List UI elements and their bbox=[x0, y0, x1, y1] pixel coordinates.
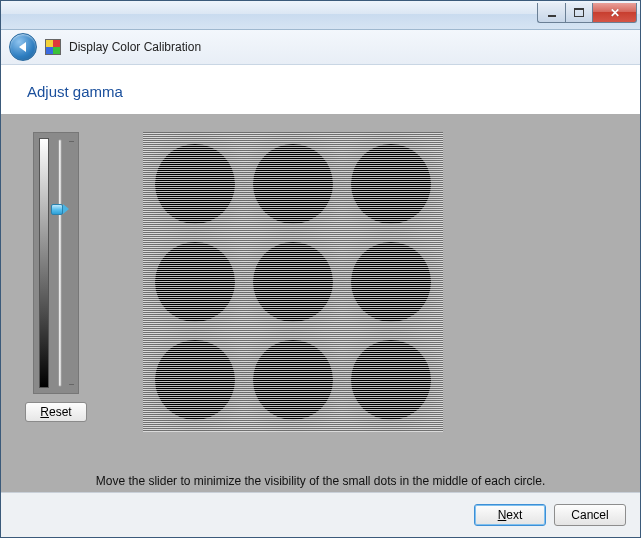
heading-band: Adjust gamma bbox=[1, 65, 640, 114]
next-label-rest: ext bbox=[506, 508, 522, 522]
maximize-button[interactable] bbox=[565, 3, 593, 23]
minimize-icon bbox=[548, 15, 556, 17]
slider-track bbox=[58, 139, 62, 387]
gamma-slider[interactable] bbox=[33, 132, 79, 394]
app-icon bbox=[45, 39, 61, 55]
gamma-dot bbox=[253, 144, 333, 224]
gamma-dot bbox=[351, 144, 431, 224]
gamma-test-pattern bbox=[143, 132, 443, 432]
close-button[interactable]: ✕ bbox=[593, 3, 637, 23]
maximize-icon bbox=[574, 8, 584, 17]
window-controls: ✕ bbox=[537, 3, 637, 23]
header-bar: Display Color Calibration bbox=[1, 30, 640, 65]
gamma-dot bbox=[253, 242, 333, 322]
back-arrow-icon bbox=[19, 42, 26, 52]
titlebar: ✕ bbox=[1, 1, 640, 30]
gamma-dot bbox=[155, 242, 235, 322]
back-button[interactable] bbox=[9, 33, 37, 61]
gamma-dot bbox=[253, 340, 333, 420]
reset-label-rest: eset bbox=[49, 405, 72, 419]
gamma-dot bbox=[351, 242, 431, 322]
slider-tick-top bbox=[69, 141, 74, 142]
main-content: Reset bbox=[25, 132, 616, 432]
close-icon: ✕ bbox=[610, 7, 620, 19]
instruction-text: Move the slider to minimize the visibili… bbox=[1, 474, 640, 488]
footer-bar: Next Cancel bbox=[1, 492, 640, 537]
gradient-strip-icon bbox=[39, 138, 49, 388]
minimize-button[interactable] bbox=[537, 3, 565, 23]
main-area: Reset Move the slider to minimize the vi… bbox=[1, 114, 640, 492]
gamma-dot bbox=[155, 144, 235, 224]
gamma-dot bbox=[155, 340, 235, 420]
slider-tick-bottom bbox=[69, 384, 74, 385]
window-frame: ✕ Display Color Calibration Adjust gamma bbox=[0, 0, 641, 538]
window-title: Display Color Calibration bbox=[69, 40, 201, 54]
slider-thumb[interactable] bbox=[51, 204, 69, 215]
slider-column: Reset bbox=[25, 132, 87, 422]
page-heading: Adjust gamma bbox=[27, 83, 614, 100]
next-button[interactable]: Next bbox=[474, 504, 546, 526]
reset-button[interactable]: Reset bbox=[25, 402, 87, 422]
cancel-button[interactable]: Cancel bbox=[554, 504, 626, 526]
gamma-dot bbox=[351, 340, 431, 420]
